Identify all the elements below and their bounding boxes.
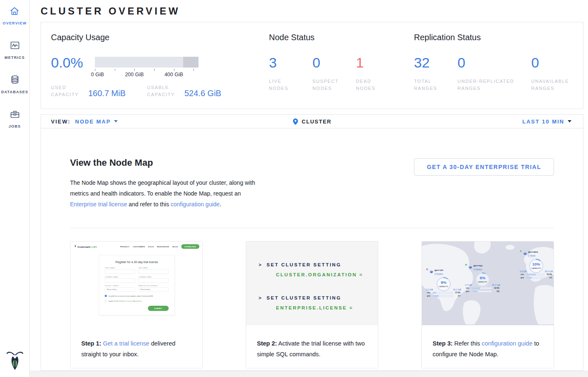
sidebar-item-jobs[interactable]: JOBS [9,109,21,128]
cpu-label: CPU [520,273,525,276]
view-label: VIEW: [51,118,70,125]
mini-license-link: Software License Agreement. [119,300,142,302]
node-used-capacity: 3.6 GiB [520,270,527,273]
suspect-nodes-label: SUSPECT NODES [312,78,346,92]
qps-value: 4.7 [454,295,460,297]
sidebar-item-metrics[interactable]: METRICS [5,40,25,60]
step3-node-map-preview: geo=sfo 2 Nodes 9% [422,242,554,325]
enterprise-trial-license-link[interactable]: Enterprise trial license [70,201,127,208]
capacity-bar-reserved-segment [183,57,199,68]
view-bar: VIEW: NODE MAP CLUSTER LAST 10 MIN [41,114,583,128]
promo-text-1: The Node Map shows the geographical layo… [70,179,255,197]
step1-caption: Step 1: Get a trial license delivered st… [70,325,202,360]
promo-heading: View the Node Map [70,157,261,168]
enterprise-trial-button[interactable]: GET A 30-DAY ENTERPRISE TRIAL [414,158,554,176]
node-map-promo-panel: View the Node Map The Node Map shows the… [41,128,583,371]
mini-nav-item: BLOG [172,246,178,248]
mini-field-select: Please Select [138,288,169,292]
used-capacity-value: 160.7 MiB [88,89,147,98]
unavailable-ranges-value: 0 [531,55,577,70]
live-nodes-stat: 3 LIVE NODES [269,55,312,92]
total-ranges-value: 32 [414,55,457,70]
sql-command: SET CLUSTER SETTING [266,295,341,300]
page-bottom-strip [30,371,588,377]
step-number: Step 1: [81,340,101,347]
dead-nodes-label: DEAD NODES [356,78,385,92]
mini-nav-item: PRODUCT [120,246,130,248]
promo-description: The Node Map shows the geographical layo… [70,177,261,210]
node-total-capacity: 65.7 GiB [492,284,500,286]
sidebar: OVERVIEW METRICS DATABASES [0,0,30,377]
mini-nav-item: DOCS [148,246,154,248]
time-range-dropdown[interactable]: LAST 10 MIN [523,118,571,125]
checkbox-unchecked-icon [105,300,107,302]
sidebar-item-overview[interactable]: OVERVIEW [3,6,27,25]
mini-field-label: LAST NAME [138,267,169,269]
node-dead-status-dot [426,268,428,271]
chevron-down-icon [568,120,571,123]
node-live-status-dot [520,250,522,252]
metrics-icon [10,40,20,53]
capacity-ring: 6% CAPACITY [475,272,491,288]
step3-caption: Step 3: Refer this configuration guide t… [422,325,554,360]
sql-prompt: > [259,295,262,300]
sidebar-item-databases[interactable]: DATABASES [1,75,28,94]
node-used-capacity: 3.7 GiB [465,284,472,286]
step1-screenshot: Cockroach LABS PRODUCT CUSTOMERS DOCS RE… [70,242,202,325]
node-cube-icon [469,266,472,269]
node-count: 1 Node [528,254,536,258]
replication-status-section: Replication Status 32 TOTAL RANGES 0 UND… [414,33,583,109]
mini-field-input [138,270,169,274]
qps-value: 8.8 [493,290,499,292]
main-content: CLUSTER OVERVIEW Capacity Usage 0.0% [30,0,588,377]
node-total-capacity: 35.1 GiB [453,288,461,291]
mini-field-input [105,270,135,274]
sidebar-item-label: METRICS [5,56,25,60]
sidebar-item-label: OVERVIEW [3,21,27,25]
mini-field-label: PROJECT PHASE [105,285,135,287]
mini-field-label: COMPANY NAME [105,276,135,278]
used-capacity-label: USED CAPACITY [51,84,88,98]
step-number: Step 2: [257,340,277,347]
node-locality: geo=sfo [435,269,443,271]
map-node-sfo: geo=sfo 2 Nodes 9% [426,268,461,297]
capacity-used-percent: 0.0% [51,55,95,78]
mini-field-input [105,278,135,283]
cluster-stats-panel: Capacity Usage 0.0% [41,22,583,109]
cpu-value: 17.0% [454,292,460,294]
node-capacity-percent: 9% [436,280,452,285]
view-selector-dropdown[interactable]: VIEW: NODE MAP [51,118,118,125]
step1-card: Cockroach LABS PRODUCT CUSTOMERS DOCS RE… [70,241,203,368]
mini-license-agreement-checkbox: I agree to the Software License Agreemen… [105,300,169,302]
qps-label: QPS [520,277,525,279]
mini-field-input [138,278,169,283]
node-capacity-label: CAPACITY [528,267,544,269]
configuration-guide-link[interactable]: configuration guide [482,340,532,347]
section-divider [70,228,554,228]
page-title: CLUSTER OVERVIEW [41,5,588,17]
cpu-label: CPU [466,287,470,289]
mini-logo-suffix: LABS [91,246,97,248]
step2-card: >SET CLUSTER SETTING CLUSTER.ORGANIZATIO… [246,241,378,368]
step3-card: geo=sfo 2 Nodes 9% [421,241,554,368]
get-trial-license-link[interactable]: Get a trial license [103,340,149,347]
under-replicated-ranges-value: 0 [457,55,531,70]
cpu-value: 42.5% [493,287,499,289]
capacity-tick-label: 0 GiB [91,72,104,77]
under-replicated-ranges-label: UNDER-REPLICATED RANGES [457,78,524,92]
mini-email-updates-checkbox: I would like to receive email updates ab… [105,295,169,297]
capacity-bar-ticks [95,69,198,71]
cpu-label: CPU [427,292,431,294]
configuration-guide-link[interactable]: configuration guide [171,201,220,208]
step-number: Step 3: [433,340,452,347]
capacity-tick-label: 200 GiB [125,72,144,77]
app-root: OVERVIEW METRICS DATABASES [0,0,588,377]
map-node-ams: geo=ams 1 Node 10% [520,250,553,279]
node-capacity-label: CAPACITY [475,281,491,283]
step2-sql-snippet: >SET CLUSTER SETTING CLUSTER.ORGANIZATIO… [246,242,378,325]
capacity-usage-section: Capacity Usage 0.0% [51,33,269,109]
node-capacity-percent: 10% [528,262,544,267]
mini-trial-form: Register for a 30-day trial license FIRS… [99,255,175,316]
database-icon [10,75,20,87]
under-replicated-ranges-stat: 0 UNDER-REPLICATED RANGES [457,55,531,92]
